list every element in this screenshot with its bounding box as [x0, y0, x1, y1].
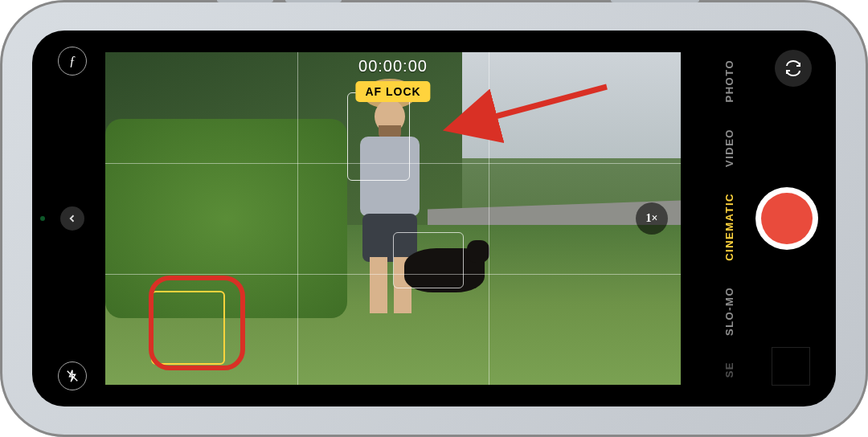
- mode-cinematic[interactable]: CINEMATIC: [723, 193, 735, 261]
- focus-box-subject[interactable]: [347, 92, 410, 181]
- volume-down-button: [285, 0, 342, 2]
- focus-box-secondary[interactable]: [393, 232, 464, 288]
- mode-timelapse-partial[interactable]: SE: [723, 361, 735, 378]
- depth-aperture-button[interactable]: ƒ: [58, 47, 87, 76]
- af-lock-focus-box[interactable]: [151, 291, 225, 365]
- mode-slomo[interactable]: SLO-MO: [723, 287, 735, 336]
- right-controls: PHOTO VIDEO CINEMATIC SLO-MO SE: [683, 31, 820, 406]
- camera-indicator-dot: [40, 216, 45, 221]
- record-button-inner: [761, 193, 813, 244]
- mode-selector[interactable]: PHOTO VIDEO CINEMATIC SLO-MO SE: [720, 31, 738, 406]
- mode-video[interactable]: VIDEO: [723, 129, 735, 167]
- side-button: [611, 0, 699, 2]
- settings-drawer-button[interactable]: [60, 206, 84, 231]
- scene-sky: [439, 52, 681, 158]
- volume-up-button: [217, 0, 273, 2]
- screen: ƒ: [32, 31, 836, 406]
- chevron-left-icon: [68, 214, 77, 223]
- switch-camera-button[interactable]: [775, 50, 812, 87]
- zoom-level-button[interactable]: 1×: [636, 202, 668, 235]
- flash-off-icon: [65, 369, 80, 383]
- scene-bush: [105, 119, 347, 318]
- depth-aperture-glyph: ƒ: [69, 54, 76, 68]
- mode-photo[interactable]: PHOTO: [723, 59, 735, 103]
- iphone-frame: ƒ: [0, 0, 868, 437]
- zoom-level-label: 1×: [646, 212, 658, 225]
- flash-button[interactable]: [58, 361, 87, 390]
- record-button[interactable]: [755, 187, 818, 250]
- recording-timer: 00:00:00: [358, 57, 428, 76]
- camera-viewfinder[interactable]: 00:00:00 AF LOCK 1×: [105, 52, 681, 385]
- switch-camera-icon: [784, 59, 803, 78]
- last-capture-thumbnail[interactable]: [772, 347, 810, 386]
- left-controls: ƒ: [48, 31, 96, 406]
- af-lock-badge: AF LOCK: [355, 81, 430, 102]
